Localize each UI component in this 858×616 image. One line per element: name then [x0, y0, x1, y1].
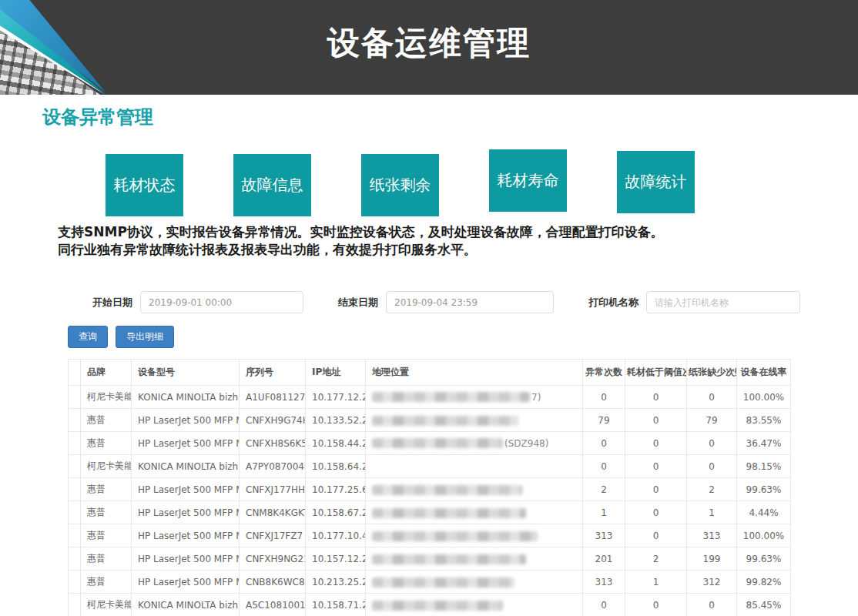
cell-model: HP LaserJet 500 MFP M525 [132, 547, 240, 571]
cell-brand: 惠普 [81, 501, 132, 524]
cell-location [366, 455, 583, 478]
cell-model: KONICA MINOLTA bizhub C364e [132, 594, 240, 616]
cell-model: HP LaserJet 500 MFP M525 [132, 478, 240, 501]
printer-name-input[interactable] [646, 291, 800, 313]
cell-consumable-low: 0 [625, 386, 687, 409]
cell-consumable-low: 0 [625, 478, 687, 501]
model-column-header: 设备型号 [132, 360, 240, 386]
cell-serial: CNB8K6WC8Z [240, 571, 306, 594]
cell-consumable-low: 2 [625, 547, 687, 571]
cell-brand: 柯尼卡美能达 [81, 455, 132, 478]
fault-statistics-button[interactable]: 故障统计 [617, 151, 695, 213]
cell-brand: 惠普 [81, 478, 132, 501]
cell-ip: 10.158.64.20 [306, 455, 366, 478]
paper-remaining-button[interactable]: 纸张剩余 [361, 154, 439, 216]
cell-serial: CNFXH9NG21 [240, 547, 306, 571]
cell-ip: 10.133.52.249 [306, 409, 366, 432]
start-date-label: 开始日期 [92, 296, 132, 310]
redacted-location-bar [372, 392, 530, 402]
filter-bar: 开始日期 结束日期 打印机名称 [92, 291, 858, 313]
section-title: 设备异常管理 [42, 105, 858, 129]
cell-brand: 柯尼卡美能达 [81, 594, 132, 616]
start-date-input[interactable] [140, 291, 303, 313]
cell-ip: 10.177.25.6 [306, 478, 366, 501]
description-line-1: 支持SNMP协议，实时报告设备异常情况。实时监控设备状态，及时处理设备故障，合理… [58, 223, 858, 241]
cell-model: HP LaserJet 500 MFP M525 [132, 409, 240, 432]
cell-online-rate: 36.47% [737, 432, 791, 455]
feature-description: 支持SNMP协议，实时报告设备异常情况。实时监控设备状态，及时处理设备故障，合理… [58, 223, 858, 259]
cell-paper-short: 0 [687, 594, 737, 616]
cell-serial: CNFXH9G74H [240, 409, 306, 432]
cell-ip: 10.158.71.241 [306, 594, 366, 616]
row-spacer-cell [69, 478, 81, 501]
cell-serial: CNFXH8S6K5 [240, 432, 306, 455]
cell-online-rate: 98.15% [737, 455, 791, 478]
cell-online-rate: 99.82% [737, 571, 791, 594]
cell-brand: 惠普 [81, 571, 132, 594]
cell-ip: 10.213.25.254 [306, 571, 366, 594]
cell-online-rate: 85.45% [737, 594, 791, 616]
cell-location: 7) [366, 386, 583, 409]
cell-abnormal: 313 [583, 571, 625, 594]
cell-paper-short: 1 [687, 501, 737, 524]
redacted-location-bar [372, 531, 538, 541]
row-spacer-cell [69, 409, 81, 432]
table-row: 惠普HP LaserJet 500 MFP M525CNFXJ177HH10.1… [69, 478, 791, 501]
cell-abnormal: 79 [583, 409, 625, 432]
page-title: 设备运维管理 [0, 22, 858, 65]
location-suffix-text: 7) [531, 392, 541, 403]
cell-model: HP LaserJet 500 MFP M527 [132, 501, 240, 524]
cell-paper-short: 0 [687, 432, 737, 455]
cell-ip: 10.177.10.4 [306, 524, 366, 547]
cell-paper-short: 199 [687, 547, 737, 571]
cell-location [366, 409, 583, 432]
cell-online-rate: 100.00% [737, 524, 791, 547]
cell-ip: 10.158.44.21 [306, 432, 366, 455]
cell-consumable-low: 0 [625, 501, 687, 524]
cell-abnormal: 0 [583, 455, 625, 478]
cell-online-rate: 83.55% [737, 409, 791, 432]
cell-serial: A5C1081001935 [240, 594, 306, 616]
cell-abnormal: 313 [583, 524, 625, 547]
cell-location [366, 547, 583, 571]
cell-model: KONICA MINOLTA bizhub C308 [132, 455, 240, 478]
export-detail-button[interactable]: 导出明细 [116, 326, 174, 348]
row-spacer-cell [69, 455, 81, 478]
cell-paper-short: 312 [687, 571, 737, 594]
cell-abnormal: 0 [583, 594, 625, 616]
action-bar: 查询 导出明细 [68, 326, 858, 348]
cell-abnormal: 201 [583, 547, 625, 571]
table-row: 惠普HP LaserJet 500 MFP M525CNFXJ17FZ710.1… [69, 524, 791, 547]
row-spacer-cell [69, 524, 81, 547]
cell-model: KONICA MINOLTA bizhub 283 [132, 386, 240, 409]
row-spacer-cell [69, 386, 81, 409]
location-suffix-text: (SDZ948) [504, 438, 548, 449]
consumable-life-button[interactable]: 耗材寿命 [489, 149, 567, 212]
cell-consumable-low: 0 [625, 594, 687, 616]
cell-online-rate: 99.63% [737, 547, 791, 571]
cell-paper-short: 0 [687, 386, 737, 409]
cell-location: (SDZ948) [366, 432, 583, 455]
query-button[interactable]: 查询 [68, 326, 108, 348]
end-date-input[interactable] [386, 291, 554, 313]
cell-consumable-low: 1 [625, 571, 687, 594]
cell-model: HP LaserJet 500 MFP M527 [132, 571, 240, 594]
cell-paper-short: 2 [687, 478, 737, 501]
consumable-status-button[interactable]: 耗材状态 [106, 154, 183, 216]
cell-location [366, 501, 583, 524]
cell-brand: 惠普 [81, 432, 132, 455]
cell-brand: 惠普 [81, 524, 132, 547]
table-row: 柯尼卡美能达KONICA MINOLTA bizhub C308A7PY0870… [69, 455, 791, 478]
table-header-row: 品牌 设备型号 序列号 IP地址 地理位置 异常次数 耗材低于阈值次数 纸张缺少… [69, 360, 791, 386]
cell-location [366, 478, 583, 501]
ip-column-header: IP地址 [306, 360, 366, 386]
cell-serial: A1UF081127881 [240, 386, 306, 409]
cell-serial: CNFXJ177HH [240, 478, 306, 501]
row-spacer-cell [69, 547, 81, 571]
redacted-location-bar [372, 508, 526, 518]
end-date-label: 结束日期 [338, 296, 378, 310]
fault-info-button[interactable]: 故障信息 [233, 154, 311, 216]
serial-column-header: 序列号 [240, 360, 306, 386]
cell-paper-short: 313 [687, 524, 737, 547]
cell-abnormal: 2 [583, 478, 625, 501]
